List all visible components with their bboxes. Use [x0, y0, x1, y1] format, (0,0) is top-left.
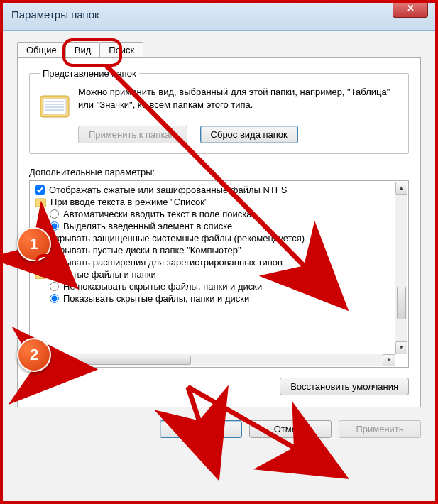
opt-label: Автоматически вводить текст в поле поиск… [63, 209, 251, 219]
opt-label: Выделять введенный элемент в списке [63, 221, 232, 231]
opt-label: Скрытые файлы и папки [50, 269, 156, 280]
folder-views-description: Можно применить вид, выбранный для этой … [78, 86, 398, 111]
tab-view[interactable]: Вид [65, 42, 101, 57]
tab-search[interactable]: Поиск [99, 42, 143, 57]
scroll-thumb[interactable] [397, 287, 406, 319]
opt-label: Отображать сжатые или зашифрованные файл… [49, 185, 287, 195]
svg-rect-7 [35, 271, 46, 279]
opt-compressed-files[interactable]: Отображать сжатые или зашифрованные файл… [33, 184, 407, 196]
opt-show-hidden-radio[interactable] [50, 294, 59, 303]
window-body: Общие Вид Поиск Представление папок Можн… [3, 31, 435, 502]
opt-typing-in-list-group: При вводе текста в режиме "Список" [33, 196, 407, 208]
folder-views-group: Представление папок Можно применить вид,… [29, 68, 409, 154]
folder-small-icon [35, 197, 46, 207]
scroll-left-icon[interactable]: ◂ [31, 354, 43, 366]
window-close-button[interactable]: ✕ [393, 1, 428, 18]
scroll-thumb-h[interactable] [43, 356, 191, 365]
opt-dont-show-hidden[interactable]: Не показывать скрытые файлы, папки и дис… [33, 280, 407, 292]
opt-show-hidden[interactable]: Показывать скрытые файлы, папки и диски [33, 292, 407, 305]
apply-button[interactable]: Применить [339, 420, 421, 438]
tab-panel-view: Представление папок Можно применить вид,… [17, 57, 421, 407]
apply-to-folders-button[interactable]: Применить к папкам [78, 126, 187, 143]
cancel-button[interactable]: Отмена [249, 420, 332, 438]
advanced-settings-list[interactable]: Отображать сжатые или зашифрованные файл… [29, 180, 409, 368]
titlebar: Параметры папок ✕ [3, 3, 435, 31]
scroll-down-icon[interactable]: ▾ [395, 341, 407, 354]
ok-button[interactable]: OK [160, 420, 242, 438]
opt-select-typed-item[interactable]: Выделять введенный элемент в списке [33, 220, 407, 232]
opt-hide-protected-checkbox[interactable] [35, 234, 45, 243]
opt-label: Скрывать защищенные системные файлы (рек… [49, 233, 305, 243]
scroll-up-icon[interactable]: ▴ [395, 182, 407, 195]
folder-icon [40, 90, 70, 119]
tab-general[interactable]: Общие [17, 42, 66, 57]
opt-hide-extensions-checkbox[interactable] [35, 258, 45, 267]
opt-select-typed-item-radio[interactable] [50, 221, 59, 231]
horizontal-scrollbar[interactable]: ◂ ▸ [31, 354, 395, 366]
opt-hide-empty-drives-checkbox[interactable] [35, 246, 45, 255]
opt-compressed-files-checkbox[interactable] [35, 185, 45, 195]
reset-folders-button[interactable]: Сброс вида папок [200, 126, 298, 143]
opt-hide-empty-drives[interactable]: Скрывать пустые диски в папке "Компьютер… [33, 244, 407, 256]
vertical-scrollbar[interactable]: ▴ ▾ [395, 182, 407, 354]
opt-label: Скрывать пустые диски в папке "Компьютер… [49, 245, 241, 256]
opt-dont-show-hidden-radio[interactable] [50, 282, 59, 291]
folder-views-legend: Представление папок [40, 68, 139, 79]
opt-auto-type-search[interactable]: Автоматически вводить текст в поле поиск… [33, 208, 407, 220]
opt-label: Не показывать скрытые файлы, папки и дис… [63, 281, 262, 292]
opt-label: Показывать скрытые файлы, папки и диски [63, 293, 249, 304]
svg-rect-6 [35, 199, 46, 207]
restore-defaults-button[interactable]: Восстановить умолчания [280, 378, 409, 395]
folder-options-dialog: Параметры папок ✕ Общие Вид Поиск Предст… [0, 0, 438, 504]
opt-label: Скрывать расширения для зарегистрированн… [49, 257, 283, 268]
opt-hidden-files-group: Скрытые файлы и папки [33, 268, 407, 280]
window-title: Параметры папок [11, 9, 99, 21]
svg-rect-1 [43, 99, 66, 114]
tab-strip: Общие Вид Поиск [17, 42, 421, 57]
folder-small-icon [35, 270, 46, 279]
opt-hide-protected[interactable]: Скрывать защищенные системные файлы (рек… [33, 232, 407, 244]
opt-label: При вводе текста в режиме "Список" [50, 197, 208, 207]
scroll-right-icon[interactable]: ▸ [383, 354, 395, 366]
opt-auto-type-search-radio[interactable] [50, 209, 59, 219]
advanced-settings-label: Дополнительные параметры: [29, 167, 409, 177]
advanced-settings-inner: Отображать сжатые или зашифрованные файл… [30, 181, 408, 307]
opt-hide-extensions[interactable]: Скрывать расширения для зарегистрированн… [33, 256, 407, 268]
